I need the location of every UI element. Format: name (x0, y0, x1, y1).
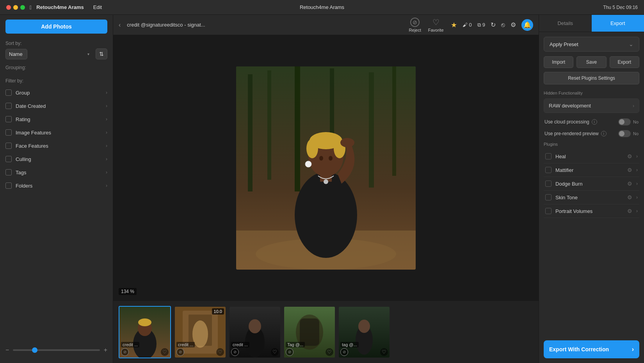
sort-order-button[interactable]: ⇅ (96, 48, 107, 59)
group-chevron-icon: › (106, 90, 107, 95)
group-checkbox[interactable] (5, 89, 12, 96)
reset-plugins-button[interactable]: Reset Plugins Settings (544, 72, 639, 84)
filmstrip-reject-3[interactable]: ⊘ (231, 348, 239, 356)
portrait-volumes-gear-icon[interactable]: ⚙ (627, 208, 632, 214)
content-area: ‹ credit @signatureeditsco - signat... ⊘… (113, 15, 539, 363)
heal-checkbox[interactable] (545, 153, 551, 159)
dodge-burn-label: Dodge Burn (555, 181, 623, 187)
reject-button[interactable]: ⊘ Reject (409, 18, 421, 32)
sidebar-item-face-features[interactable]: Face Features › (0, 139, 113, 152)
folders-checkbox[interactable] (5, 182, 12, 189)
sidebar-item-rating[interactable]: Rating › (0, 113, 113, 126)
mattifier-chevron-icon[interactable]: › (636, 167, 638, 173)
filmstrip-fav-1[interactable]: ♡ (161, 348, 169, 356)
preset-save-button[interactable]: Save (576, 56, 606, 68)
layers-button[interactable]: ⧉ 9 (477, 22, 485, 28)
apply-preset-header[interactable]: Apply Preset ⌄ (544, 37, 639, 52)
main-layout: Add Photos Sort by: Name Date Rating ▾ ⇅… (0, 15, 644, 363)
sidebar-item-group[interactable]: Group › (0, 86, 113, 99)
face-features-checkbox[interactable] (5, 143, 12, 149)
filmstrip-label-2: credit ... (176, 342, 195, 347)
export-icon[interactable]: ⎋ (501, 21, 505, 29)
filmstrip-reject-2[interactable]: ⊘ (176, 348, 184, 356)
zoom-track[interactable] (13, 349, 100, 351)
filmstrip-item-1[interactable]: credit ... ⊘ ♡ (119, 306, 171, 358)
raw-development-row[interactable]: RAW development › (544, 98, 639, 113)
brush-tool-button[interactable]: 🖌 0 (463, 22, 472, 28)
sidebar-item-date-created[interactable]: Date Created › (0, 99, 113, 113)
sidebar-item-tags[interactable]: Tags › (0, 166, 113, 179)
cloud-toggle[interactable] (618, 118, 631, 125)
skin-tone-chevron-icon[interactable]: › (636, 195, 638, 200)
menu-edit[interactable]: Edit (93, 4, 102, 10)
filmstrip-fav-2[interactable]: ♡ (216, 348, 224, 356)
zoom-thumb[interactable] (32, 347, 37, 353)
skin-tone-gear-icon[interactable]: ⚙ (627, 194, 632, 200)
zoom-plus-button[interactable]: + (104, 347, 107, 354)
filmstrip-reject-4[interactable]: ⊘ (286, 348, 294, 356)
sidebar-item-culling[interactable]: Culling › (0, 152, 113, 166)
mattifier-checkbox[interactable] (545, 167, 551, 173)
prerendered-toggle[interactable] (618, 130, 631, 137)
clock: Thu 5 Dec 09:16 (603, 5, 638, 10)
portrait-volumes-chevron-icon[interactable]: › (636, 208, 638, 214)
svg-point-18 (305, 161, 311, 167)
close-button[interactable] (6, 5, 11, 10)
export-with-correction-button[interactable]: Export With Correction › (544, 340, 639, 358)
plugin-item-heal: Heal ⚙ › (544, 150, 639, 163)
filmstrip-reject-5[interactable]: ⊘ (340, 348, 348, 356)
prerendered-toggle-text: No (633, 131, 639, 136)
maximize-button[interactable] (20, 5, 25, 10)
filmstrip-item-2[interactable]: 10.0 credit ... ⊘ ♡ (175, 307, 226, 358)
back-button[interactable]: ‹ (119, 21, 121, 29)
dodge-burn-chevron-icon[interactable]: › (636, 181, 638, 186)
settings-icon[interactable]: ⚙ (511, 21, 516, 29)
refresh-icon[interactable]: ↻ (491, 21, 496, 29)
zoom-slider-row: − + (0, 342, 113, 358)
tab-export[interactable]: Export (592, 15, 644, 32)
raw-dev-chevron-icon: › (633, 103, 634, 109)
sidebar-item-folders[interactable]: Folders › (0, 179, 113, 192)
preset-export-button[interactable]: Export (610, 56, 639, 68)
dodge-burn-checkbox[interactable] (545, 181, 551, 187)
notification-bell-button[interactable]: 🔔 (521, 19, 533, 31)
cloud-toggle-right: No (618, 118, 639, 125)
svg-point-20 (340, 138, 354, 147)
apply-preset-label: Apply Preset (550, 41, 578, 47)
culling-checkbox[interactable] (5, 156, 12, 162)
filmstrip-reject-1[interactable]: ⊘ (121, 348, 129, 356)
favorite-button[interactable]: ♡ Favorite (428, 18, 444, 32)
add-photos-button[interactable]: Add Photos (5, 20, 107, 34)
sort-select[interactable]: Name Date Rating (5, 49, 27, 59)
skin-tone-label: Skin Tone (555, 195, 623, 200)
preset-import-button[interactable]: Import (544, 56, 573, 68)
filmstrip-item-5[interactable]: tag @... ⊘ ♡ (339, 307, 390, 358)
filmstrip-fav-4[interactable]: ♡ (326, 348, 333, 356)
tags-checkbox[interactable] (5, 169, 12, 175)
rating-checkbox[interactable] (5, 116, 12, 122)
filmstrip-icons-4: ⊘ ♡ (284, 348, 335, 356)
dodge-burn-gear-icon[interactable]: ⚙ (627, 181, 632, 187)
image-features-chevron-icon: › (106, 130, 107, 135)
sidebar-item-image-features[interactable]: Image Features › (0, 126, 113, 139)
filmstrip-fav-3[interactable]: ♡ (271, 348, 279, 356)
face-features-label: Face Features (16, 143, 106, 149)
filmstrip-item-4[interactable]: Tag @... ⊘ ♡ (284, 307, 335, 358)
title-bar-left:  Retouch4me Arams Edit (6, 4, 102, 11)
mattifier-gear-icon[interactable]: ⚙ (627, 167, 632, 173)
cloud-info-icon[interactable]: i (592, 119, 597, 125)
portrait-volumes-checkbox[interactable] (545, 208, 551, 214)
zoom-minus-button[interactable]: − (5, 347, 9, 354)
prerendered-info-icon[interactable]: i (601, 131, 607, 136)
skin-tone-checkbox[interactable] (545, 194, 551, 200)
heal-chevron-icon[interactable]: › (636, 154, 638, 159)
tab-details[interactable]: Details (539, 15, 592, 32)
minimize-button[interactable] (13, 5, 18, 10)
culling-label: Culling (16, 156, 106, 162)
heal-gear-icon[interactable]: ⚙ (627, 153, 632, 159)
filmstrip-fav-5[interactable]: ♡ (380, 348, 388, 356)
layers-count: 9 (482, 22, 485, 28)
image-features-checkbox[interactable] (5, 129, 12, 136)
filmstrip-item-3[interactable]: credit ... ⊘ ♡ (229, 307, 280, 358)
date-created-checkbox[interactable] (5, 103, 12, 109)
